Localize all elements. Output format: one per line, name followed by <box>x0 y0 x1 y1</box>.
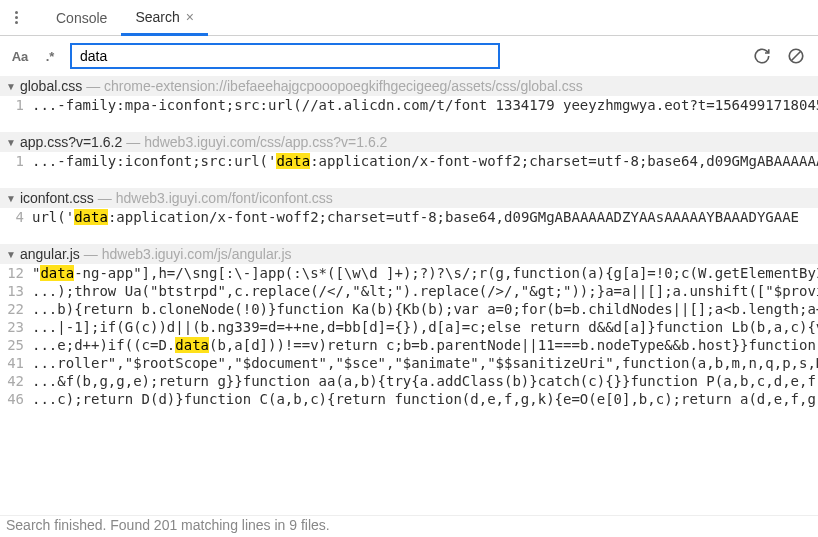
line-number: 42 <box>0 373 32 389</box>
regex-toggle[interactable]: .* <box>40 49 60 64</box>
line-number: 22 <box>0 301 32 317</box>
code-snippet: ...c);return D(d)}function C(a,b,c){retu… <box>32 391 818 407</box>
line-number: 12 <box>0 265 32 281</box>
code-snippet: "data-ng-app"],h=/\sng[:\-]app(:\s*([\w\… <box>32 265 818 281</box>
status-bar: Search finished. Found 201 matching line… <box>0 515 818 537</box>
line-number: 25 <box>0 337 32 353</box>
file-path: — hdweb3.iguyi.com/font/iconfont.css <box>98 190 333 206</box>
close-icon[interactable]: × <box>186 9 194 25</box>
result-line[interactable]: 1...-family:iconfont;src:url('data:appli… <box>0 152 818 170</box>
code-snippet: ...roller","$rootScope","$document","$sc… <box>32 355 818 371</box>
clear-button[interactable] <box>784 44 808 68</box>
line-number: 1 <box>0 153 32 169</box>
file-header[interactable]: ▼iconfont.css — hdweb3.iguyi.com/font/ic… <box>0 188 818 208</box>
file-header[interactable]: ▼angular.js — hdweb3.iguyi.com/js/angula… <box>0 244 818 264</box>
svg-line-1 <box>792 52 801 61</box>
match-case-toggle[interactable]: Aa <box>10 49 30 64</box>
code-snippet: ...-family:mpa-iconfont;src:url(//at.ali… <box>32 97 818 113</box>
search-highlight: data <box>276 153 310 169</box>
code-snippet: ...b){return b.cloneNode(!0)}function Ka… <box>32 301 818 317</box>
code-snippet: url('data:application/x-font-woff2;chars… <box>32 209 799 225</box>
code-snippet: ...|-1];if(G(c))d||(b.ng339=d=++ne,d=bb[… <box>32 319 818 335</box>
file-header[interactable]: ▼app.css?v=1.6.2 — hdweb3.iguyi.com/css/… <box>0 132 818 152</box>
file-name: global.css <box>20 78 82 94</box>
file-path: — hdweb3.iguyi.com/css/app.css?v=1.6.2 <box>126 134 387 150</box>
disclosure-triangle-icon: ▼ <box>6 249 16 260</box>
devtools-tabbar: Console Search × <box>0 0 818 36</box>
search-highlight: data <box>175 337 209 353</box>
kebab-menu[interactable] <box>8 10 24 26</box>
code-snippet: ...e;d++)if((c=D.data(b,a[d]))!==v)retur… <box>32 337 818 353</box>
tab-console[interactable]: Console <box>42 2 121 34</box>
search-results: ▼global.css — chrome-extension://ibefaee… <box>0 76 818 515</box>
result-line[interactable]: 42...&f(b,g,g,e);return g}}function aa(a… <box>0 372 818 390</box>
file-name: iconfont.css <box>20 190 94 206</box>
result-line[interactable]: 25...e;d++)if((c=D.data(b,a[d]))!==v)ret… <box>0 336 818 354</box>
search-highlight: data <box>40 265 74 281</box>
code-snippet: ...);throw Ua("btstrpd",c.replace(/</,"&… <box>32 283 818 299</box>
tab-console-label: Console <box>56 10 107 26</box>
tab-search[interactable]: Search × <box>121 1 208 36</box>
search-input[interactable] <box>70 43 500 69</box>
result-line[interactable]: 22...b){return b.cloneNode(!0)}function … <box>0 300 818 318</box>
line-number: 13 <box>0 283 32 299</box>
result-line[interactable]: 46...c);return D(d)}function C(a,b,c){re… <box>0 390 818 408</box>
file-header[interactable]: ▼global.css — chrome-extension://ibefaee… <box>0 76 818 96</box>
tab-search-label: Search <box>135 9 179 25</box>
search-toolbar: Aa .* <box>0 36 818 76</box>
disclosure-triangle-icon: ▼ <box>6 81 16 92</box>
result-line[interactable]: 23...|-1];if(G(c))d||(b.ng339=d=++ne,d=b… <box>0 318 818 336</box>
file-name: angular.js <box>20 246 80 262</box>
disclosure-triangle-icon: ▼ <box>6 137 16 148</box>
refresh-button[interactable] <box>750 44 774 68</box>
code-snippet: ...-family:iconfont;src:url('data:applic… <box>32 153 818 169</box>
result-line[interactable]: 1...-family:mpa-iconfont;src:url(//at.al… <box>0 96 818 114</box>
file-path: — chrome-extension://ibefaeehajgcpooopoe… <box>86 78 583 94</box>
line-number: 46 <box>0 391 32 407</box>
result-line[interactable]: 13...);throw Ua("btstrpd",c.replace(/</,… <box>0 282 818 300</box>
search-highlight: data <box>74 209 108 225</box>
file-name: app.css?v=1.6.2 <box>20 134 122 150</box>
result-line[interactable]: 12"data-ng-app"],h=/\sng[:\-]app(:\s*([\… <box>0 264 818 282</box>
file-path: — hdweb3.iguyi.com/js/angular.js <box>84 246 292 262</box>
code-snippet: ...&f(b,g,g,e);return g}}function aa(a,b… <box>32 373 818 389</box>
line-number: 4 <box>0 209 32 225</box>
disclosure-triangle-icon: ▼ <box>6 193 16 204</box>
result-line[interactable]: 41...roller","$rootScope","$document","$… <box>0 354 818 372</box>
line-number: 23 <box>0 319 32 335</box>
line-number: 1 <box>0 97 32 113</box>
result-line[interactable]: 4url('data:application/x-font-woff2;char… <box>0 208 818 226</box>
line-number: 41 <box>0 355 32 371</box>
